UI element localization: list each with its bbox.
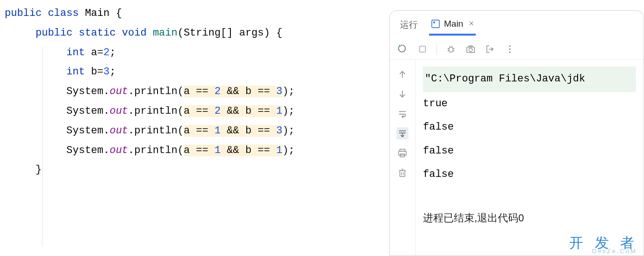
down-arrow-icon[interactable] xyxy=(396,88,408,100)
console-line: true xyxy=(423,92,636,116)
close-icon[interactable]: × xyxy=(469,19,474,29)
rerun-icon[interactable] xyxy=(397,44,408,55)
panel-tabs: 运行 Main × xyxy=(390,11,644,39)
code-line[interactable]: System.out.println(a == 1 && b == 1); xyxy=(5,141,385,161)
tab-name: Main xyxy=(444,19,463,29)
svg-line-8 xyxy=(453,51,455,51)
code-line[interactable]: } xyxy=(5,160,385,180)
exit-message: 进程已结束,退出代码0 xyxy=(423,206,636,230)
svg-rect-13 xyxy=(469,46,472,47)
svg-rect-0 xyxy=(432,20,439,27)
more-icon[interactable] xyxy=(504,44,515,55)
svg-line-6 xyxy=(453,48,455,49)
svg-point-4 xyxy=(449,47,453,52)
svg-line-5 xyxy=(448,48,450,49)
run-toolbar xyxy=(390,39,644,59)
watermark-sub: DevZe.CoM xyxy=(592,248,637,255)
code-line[interactable]: int b=3; xyxy=(5,62,385,82)
svg-line-7 xyxy=(448,51,450,51)
svg-rect-1 xyxy=(433,22,435,23)
svg-point-15 xyxy=(509,45,510,47)
up-arrow-icon[interactable] xyxy=(396,68,408,80)
code-line[interactable]: System.out.println(a == 2 && b == 3); xyxy=(5,82,385,102)
svg-point-16 xyxy=(509,48,510,50)
svg-line-9 xyxy=(450,46,450,48)
console-line: false xyxy=(423,116,636,139)
debug-icon[interactable] xyxy=(445,44,457,55)
svg-rect-3 xyxy=(420,46,426,52)
output-area: "C:\Program Files\Java\jdk truefalsefals… xyxy=(390,59,644,256)
console-line: false xyxy=(423,163,636,187)
svg-rect-25 xyxy=(399,151,407,155)
exit-icon[interactable] xyxy=(485,44,496,55)
svg-point-17 xyxy=(509,51,510,53)
application-icon xyxy=(431,19,440,29)
print-icon[interactable] xyxy=(396,147,408,159)
camera-icon[interactable] xyxy=(465,44,476,55)
command-line: "C:\Program Files\Java\jdk xyxy=(423,66,636,92)
indent-guide xyxy=(42,47,43,247)
code-line[interactable]: System.out.println(a == 2 && b == 1); xyxy=(5,102,385,121)
console-gutter xyxy=(390,60,415,256)
svg-rect-27 xyxy=(400,170,405,176)
tab-main[interactable]: Main × xyxy=(429,14,476,36)
soft-wrap-icon[interactable] xyxy=(396,108,408,120)
svg-point-12 xyxy=(469,48,472,51)
code-line[interactable]: public static void main(String[] args) { xyxy=(5,23,385,43)
code-line[interactable]: public class Main { xyxy=(5,4,385,23)
svg-line-10 xyxy=(452,46,452,48)
divider xyxy=(436,44,437,55)
code-line[interactable]: System.out.println(a == 1 && b == 3); xyxy=(5,121,385,141)
run-tab[interactable]: 运行 xyxy=(398,13,420,37)
scroll-end-icon[interactable] xyxy=(396,127,408,139)
run-tool-window: 运行 Main × xyxy=(389,10,644,256)
trash-icon[interactable] xyxy=(396,167,408,179)
console-output[interactable]: "C:\Program Files\Java\jdk truefalsefals… xyxy=(415,60,644,256)
console-line: false xyxy=(423,139,636,163)
stop-icon[interactable] xyxy=(417,44,428,55)
code-editor[interactable]: public class Main { public static void m… xyxy=(0,0,389,256)
code-line[interactable]: int a=2; xyxy=(5,43,385,63)
